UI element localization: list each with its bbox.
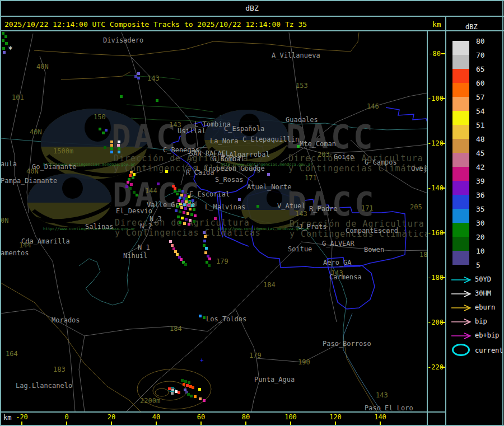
scale-value-label: 42 [476,163,485,171]
map-canvas[interactable]: DACCDACCDACCDACCDirección de Agricultura… [1,31,427,411]
radar-echo-pixel [171,244,174,247]
radar-echo-pixel [178,391,180,394]
x-tick-label: 100 [284,414,297,420]
legend-label: bip [475,318,487,325]
scale-swatch [452,83,469,97]
map-place-label: R_Padre [309,205,338,212]
frame-top [0,0,504,1]
map-place-label: C_Etepaquillin [242,136,299,143]
map-route-label: 146 [367,103,379,110]
map-place-label: Salinas [85,223,114,230]
x-tick-label: 140 [374,414,386,420]
radar-echo-pixel [137,72,140,75]
status-bar: 2025/10/22 12:14:00 UTC Composite Tracks… [0,16,504,31]
scale-swatch [452,237,469,251]
scale-value-label: 39 [476,177,485,185]
scale-value-label: 60 [476,79,485,87]
radar-echo-pixel [99,128,101,130]
radar-echo-pixel [238,198,241,201]
x-axis: km -20020406080100120140 [0,412,446,426]
x-tick-label: 120 [329,414,342,420]
map-place-label: N_3 [150,216,162,222]
track-arrow-icon [450,275,473,286]
map-route-label: 144 [19,242,31,249]
scale-swatch [452,139,469,153]
radar-echo-pixel [178,189,181,191]
y-tick-label: -80 [427,50,441,57]
map-place-label: S_Rosas [215,176,244,183]
radar-echo-pixel [181,217,184,219]
watermark-url: http://www.contingencias.mendoza.gov.ar [218,227,310,231]
radar-echo-pixel [2,32,4,35]
radar-echo-pixel [189,219,192,222]
map-place-label: Pampa_Diamante [1,177,57,184]
map-place-label: R_Caida [186,169,214,176]
legend-label: eb+bip [475,332,499,339]
radar-echo-pixel [169,240,172,243]
x-axis-unit-label: km [3,414,11,422]
map-place-label: L_Malvinas [205,204,245,210]
scale-swatch [452,55,469,69]
radar-echo-pixel [204,251,207,254]
radar-echo-pixel [188,223,190,226]
map-route-label: 184 [170,325,182,332]
scale-value-label: 54 [476,107,485,115]
y-tick-label: -220 [427,364,441,371]
titlebar: dBZ [0,0,504,16]
radar-echo-pixel [176,193,179,195]
map-route-label: 153 [296,82,308,89]
scale-swatch [452,153,469,167]
radar-echo-pixel [120,95,123,98]
map-place-label: Aero_GA [323,259,352,266]
map-place-label: Oveja [411,165,427,172]
scale-swatch [452,111,469,125]
radar-echo-pixel [136,194,138,196]
scale-swatch [452,209,469,223]
frame-sep1 [0,16,504,17]
radar-echo-pixel [203,399,206,402]
x-tick-label: 40 [152,414,160,420]
map-place-label: J_Prats [298,223,327,230]
radar-echo-pixel [185,218,188,221]
radar-echo-pixel [183,222,186,225]
map-place-label: Paso_El_Loro [365,405,413,411]
map-route-label: 179 [216,258,228,265]
scale-value-label: 80 [476,38,485,45]
map-route-label: 143 [295,210,307,217]
legend-label: current [475,347,503,354]
radar-echo-pixel [267,173,270,176]
radar-echo-pixel [203,316,206,319]
scale-swatch [452,195,469,209]
map-place-label: Guadales [286,116,318,123]
map-place-label: G_Campos [365,159,397,166]
track-arrow-icon [450,303,473,314]
radar-echo-pixel [129,187,132,190]
map-route-label: 150 [94,114,106,120]
map-place-label: A_Villanueva [272,52,320,59]
scale-swatch [452,41,469,55]
radar-echo-pixel [133,173,136,176]
map-route-label: 101 [12,94,24,101]
map-elevation-label: 1500m [53,148,73,155]
radar-echo-pixel [208,264,211,267]
map-place-label: G_Bombal [212,156,245,162]
scale-value-label: 48 [476,135,485,143]
radar-echo-pixel [157,182,160,185]
scale-value-label: 51 [476,121,485,129]
radar-echo-pixel [194,214,197,217]
scale-value-label: 20 [476,233,485,241]
radar-echo-pixel [130,183,133,186]
map-place-label: Usillal [178,128,206,134]
radar-echo-pixel [3,51,6,54]
map-route-label: 143 [169,121,181,128]
radar-echo-pixel [183,211,185,214]
track-arrow-icon [450,289,473,300]
scale-swatch [452,97,469,111]
map-place-label: C_Española [224,125,264,132]
y-tick-label: -160 [427,230,441,236]
scale-title: dBZ [465,23,478,31]
frame-left [0,0,1,426]
map-place-label: Valle_Grande [147,202,195,208]
scale-swatch [452,69,469,83]
scale-swatch [452,167,469,181]
